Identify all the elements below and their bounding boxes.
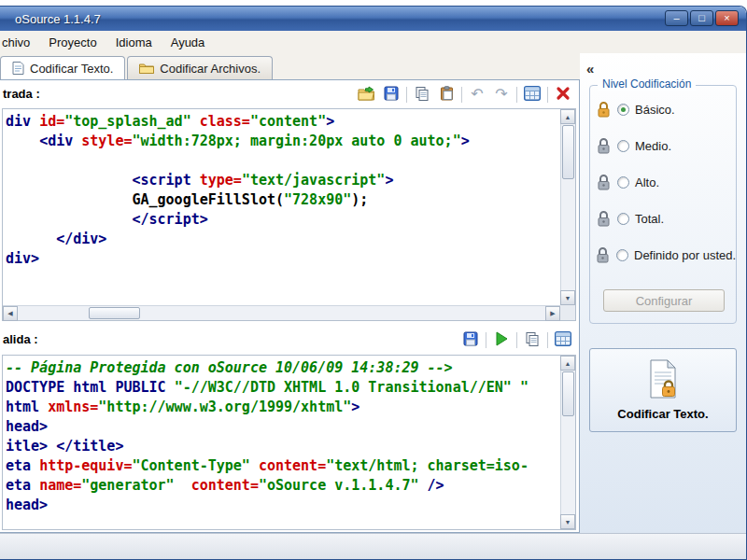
tab-label: Codificar Texto. [30,62,113,76]
floppy-disk-icon [384,86,399,104]
copy-output-button[interactable] [520,329,544,350]
undo-button[interactable]: ↶ [465,84,489,105]
configurar-button[interactable]: Configurar [603,289,725,312]
grid-view-icon [524,86,541,104]
scroll-down-arrow[interactable]: ▼ [560,290,575,305]
codification-level-option[interactable]: Total. [596,206,734,231]
menu-proyecto[interactable]: Proyecto [39,32,106,53]
level-label: Total. [635,212,664,226]
input-panel-label: trada : [3,87,40,101]
grid-view-icon [555,331,571,349]
save-button[interactable] [379,84,403,105]
statusbar [0,533,746,560]
tab-codificar-archivos[interactable]: Codificar Archivos. [127,56,273,79]
play-icon [495,331,508,349]
code-line [6,151,560,171]
radio-button[interactable] [617,104,629,116]
open-file-button[interactable] [355,84,379,105]
level-label: Básico. [635,103,675,117]
code-line: head> [6,417,560,437]
code-line: div> [6,249,560,269]
clear-button[interactable] [551,84,575,105]
code-line: <script type="text/javascript"> [6,171,560,190]
input-toolbar: ↶ ↷ [355,83,575,105]
toolbar-separator [461,87,462,103]
folder-icon [139,63,154,74]
code-line: div id="top_splash_ad" class="content"> [6,112,560,132]
scrollbar-thumb[interactable] [562,371,574,416]
codification-level-option[interactable]: Básico. [596,97,734,121]
output-code-area[interactable]: -- Página Protegida con oSource 10/06/09… [3,356,560,529]
code-line: </script> [6,210,560,230]
close-button[interactable]: × [715,10,739,26]
output-panel-label: alida : [3,332,38,346]
output-editor[interactable]: -- Página Protegida con oSource 10/06/09… [2,355,576,530]
menu-ayuda[interactable]: Ayuda [162,32,215,53]
minimize-button[interactable]: – [665,10,688,26]
radio-button[interactable] [616,249,628,261]
code-line: eta name="generator" content="oSource v.… [6,476,560,496]
output-toolbar [458,329,575,351]
view-grid-button[interactable] [520,84,544,105]
red-x-icon [556,86,571,104]
document-icon [12,62,24,75]
run-encode-button[interactable] [489,329,514,350]
encode-button-label: Codificar Texto. [617,407,708,421]
lock-icon [596,246,610,263]
codification-level-option[interactable]: Definido por usted. [596,243,734,267]
scrollbar-corner [560,305,575,320]
redo-button[interactable]: ↷ [489,84,514,105]
code-line: GA_googleFillSlot("728x90"); [6,190,560,210]
code-line: DOCTYPE html PUBLIC "-//W3C//DTD XHTML 1… [6,378,560,398]
paste-button[interactable] [434,84,458,105]
codification-level-option[interactable]: Alto. [596,170,734,194]
codificar-texto-button[interactable]: Codificar Texto. [589,348,737,432]
menu-idioma[interactable]: Idioma [106,32,162,53]
scroll-down-arrow[interactable]: ▼ [560,514,575,529]
toolbar-separator [547,87,548,103]
code-line: eta http-equiv="Content-Type" content="t… [6,456,560,476]
codification-levels: Básico. Medio. Alto. Total. Definido por… [596,97,734,279]
radio-button[interactable] [617,176,629,189]
window-title: oSource 1.1.4.7 [0,12,101,26]
scroll-up-arrow[interactable]: ▲ [560,356,575,371]
horizontal-scrollbar[interactable]: ◀ ▶ [3,305,560,320]
toolbar-separator [516,87,517,103]
lock-icon [596,174,611,190]
tab-codificar-texto[interactable]: Codificar Texto. [0,56,125,79]
undo-icon: ↶ [471,87,483,102]
code-line: -- Página Protegida con oSource 10/06/09… [6,358,560,378]
folder-open-icon [358,86,376,104]
level-label: Definido por usted. [634,248,736,262]
toolbar-separator [547,332,548,348]
app-window: oSource 1.1.4.7 – □ × chivo Proyecto Idi… [0,6,747,560]
scroll-right-arrow[interactable]: ▶ [545,306,560,321]
codification-level-option[interactable]: Medio. [596,133,734,158]
scrollbar-thumb[interactable] [89,307,140,319]
copy-button[interactable] [410,84,434,105]
vertical-scrollbar[interactable]: ▲ ▼ [560,356,575,529]
radio-button[interactable] [617,213,629,225]
radio-button[interactable] [617,140,629,152]
view-grid-output-button[interactable] [551,329,575,350]
redo-icon: ↷ [495,87,507,102]
codificar-texto-page: trada : ↶ ↷ div id="top_splash_ad" class… [0,79,580,533]
code-line: itle> </title> [6,437,560,456]
titlebar[interactable]: oSource 1.1.4.7 – □ × [0,7,746,31]
code-line: html xmlns="http://www.w3.org/1999/xhtml… [6,398,560,417]
vertical-scrollbar[interactable]: ▲ ▼ [560,109,575,305]
code-line: </div> [6,230,560,249]
menu-archivo[interactable]: chivo [0,32,39,53]
groupbox-title: Nivel Codificación [598,77,696,91]
nivel-codificacion-groupbox: Nivel Codificación Básico. Medio. Alto. … [589,85,737,324]
input-code-area[interactable]: div id="top_splash_ad" class="content"> … [3,109,560,305]
scrollbar-thumb[interactable] [562,125,574,179]
save-output-button[interactable] [458,329,483,350]
copy-icon [415,86,430,104]
scroll-left-arrow[interactable]: ◀ [3,306,18,321]
collapse-panel-button[interactable]: « [586,61,594,77]
maximize-button[interactable]: □ [690,10,713,26]
input-editor[interactable]: div id="top_splash_ad" class="content"> … [2,108,576,321]
scroll-up-arrow[interactable]: ▲ [560,109,575,124]
lock-icon [596,137,611,154]
